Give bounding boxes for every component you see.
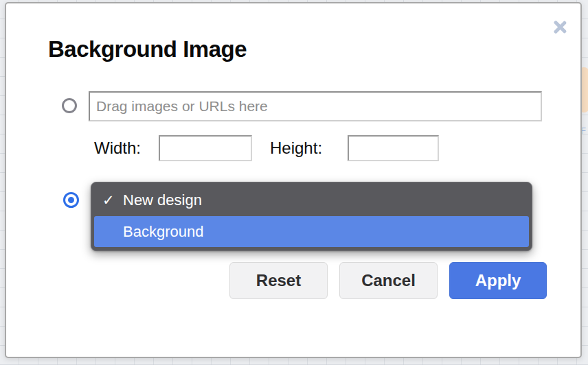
cancel-button[interactable]: Cancel (339, 262, 438, 299)
width-input[interactable] (159, 135, 252, 161)
dropdown-option-background[interactable]: Background (94, 216, 529, 247)
apply-button[interactable]: Apply (449, 262, 547, 299)
url-option-radio[interactable] (62, 98, 77, 113)
image-url-input[interactable] (89, 91, 542, 121)
dropdown-option-label: Background (123, 223, 203, 241)
checkmark-icon: ✓ (102, 192, 123, 209)
dropdown-option-new-design[interactable]: ✓ New design (94, 185, 529, 216)
background-image-dialog: Background Image Width: Height: ✓ New de… (5, 2, 582, 358)
dialog-title: Background Image (48, 36, 247, 62)
height-input[interactable] (348, 135, 439, 161)
radio-dot (68, 197, 74, 203)
design-option-radio[interactable] (63, 192, 79, 208)
close-icon[interactable] (549, 16, 571, 38)
reset-button[interactable]: Reset (229, 262, 328, 299)
width-label: Width: (94, 139, 141, 158)
page-background: F Background Image Width: Height: ✓ New … (0, 0, 588, 365)
dropdown-option-label: New design (123, 191, 202, 209)
height-label: Height: (270, 139, 322, 158)
design-dropdown-menu: ✓ New design Background (91, 182, 532, 251)
